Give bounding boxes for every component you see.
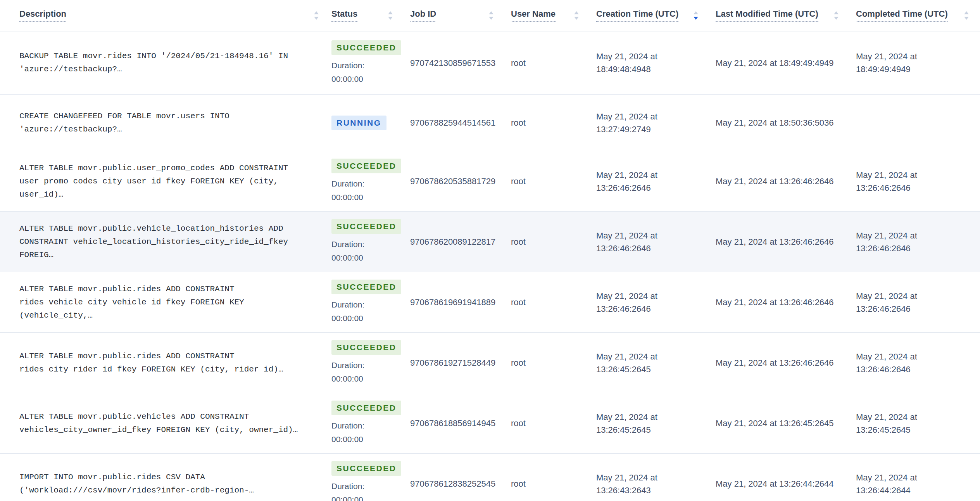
creation-time: May 21, 2024 at 13:27:49:2749	[596, 110, 693, 136]
job-description[interactable]: ALTER TABLE movr.public.vehicle_location…	[19, 222, 320, 262]
creation-time: May 21, 2024 at 13:26:46:2646	[596, 229, 693, 255]
column-header-creation-time[interactable]: Creation Time (UTC)	[596, 0, 716, 31]
user-name: root	[511, 417, 526, 430]
job-description[interactable]: BACKUP TABLE movr.rides INTO '/2024/05/2…	[19, 50, 288, 76]
user-name: root	[511, 116, 526, 129]
status-badge: SUCCEEDED	[331, 159, 401, 173]
completed-time: May 21, 2024 at 13:26:44:2644	[856, 471, 953, 497]
column-label: Status	[331, 9, 357, 22]
status-badge: SUCCEEDED	[331, 280, 401, 294]
creation-time: May 21, 2024 at 18:49:48:4948	[596, 50, 693, 76]
user-name: root	[511, 296, 526, 309]
job-duration: Duration:00:00:00	[331, 419, 364, 446]
sort-icon[interactable]	[387, 10, 394, 21]
column-label: Last Modified Time (UTC)	[716, 9, 818, 22]
sort-icon[interactable]	[963, 10, 970, 21]
column-header-last-modified-time[interactable]: Last Modified Time (UTC)	[716, 0, 856, 31]
job-duration: Duration:00:00:00	[331, 358, 364, 385]
creation-time: May 21, 2024 at 13:26:46:2646	[596, 169, 693, 194]
last-modified-time: May 21, 2024 at 13:26:44:2644	[716, 477, 834, 490]
last-modified-time: May 21, 2024 at 18:49:49:4949	[716, 57, 834, 69]
creation-time: May 21, 2024 at 13:26:45:2645	[596, 350, 693, 376]
job-duration: Duration:00:00:00	[331, 237, 364, 264]
column-label: Job ID	[410, 9, 436, 22]
last-modified-time: May 21, 2024 at 13:26:46:2646	[716, 296, 834, 309]
completed-time: May 21, 2024 at 18:49:49:4949	[856, 50, 953, 76]
completed-time: May 21, 2024 at 13:26:46:2646	[856, 169, 953, 194]
table-row[interactable]: IMPORT INTO movr.public.rides CSV DATA (…	[0, 454, 980, 501]
status-badge: SUCCEEDED	[331, 461, 401, 476]
job-description[interactable]: ALTER TABLE movr.public.vehicles ADD CON…	[19, 410, 298, 437]
sort-desc-active-icon[interactable]	[692, 10, 699, 21]
table-row[interactable]: BACKUP TABLE movr.rides INTO '/2024/05/2…	[0, 31, 980, 95]
column-label: Description	[19, 9, 66, 22]
sort-icon[interactable]	[313, 10, 320, 21]
status-badge: SUCCEEDED	[331, 40, 401, 55]
job-id: 970678620535881729	[410, 175, 495, 188]
completed-time: May 21, 2024 at 13:26:46:2646	[856, 350, 953, 376]
column-label: Creation Time (UTC)	[596, 9, 678, 22]
table-row[interactable]: ALTER TABLE movr.public.vehicles ADD CON…	[0, 393, 980, 454]
status-badge: SUCCEEDED	[331, 340, 401, 355]
column-header-status[interactable]: Status	[331, 0, 410, 31]
last-modified-time: May 21, 2024 at 13:26:46:2646	[716, 175, 834, 188]
job-description[interactable]: IMPORT INTO movr.public.rides CSV DATA (…	[19, 471, 254, 497]
job-id: 970678612838252545	[410, 477, 495, 490]
creation-time: May 21, 2024 at 13:26:45:2645	[596, 411, 693, 436]
column-header-user-name[interactable]: User Name	[511, 0, 596, 31]
table-row[interactable]: ALTER TABLE movr.public.rides ADD CONSTR…	[0, 333, 980, 393]
job-id: 970678619271528449	[410, 356, 495, 369]
completed-time: May 21, 2024 at 13:26:45:2645	[856, 411, 953, 436]
user-name: root	[511, 356, 526, 369]
job-id: 970742130859671553	[410, 57, 495, 69]
job-duration: Duration:00:00:00	[331, 177, 364, 204]
table-row[interactable]: ALTER TABLE movr.public.vehicle_location…	[0, 212, 980, 272]
column-header-completed-time[interactable]: Completed Time (UTC)	[856, 0, 980, 31]
job-id: 970678618856914945	[410, 417, 495, 430]
job-description[interactable]: ALTER TABLE movr.public.user_promo_codes…	[19, 162, 320, 201]
last-modified-time: May 21, 2024 at 13:26:45:2645	[716, 417, 834, 430]
last-modified-time: May 21, 2024 at 13:26:46:2646	[716, 356, 834, 369]
user-name: root	[511, 57, 526, 69]
column-label: Completed Time (UTC)	[856, 9, 948, 22]
completed-time: May 21, 2024 at 13:26:46:2646	[856, 229, 953, 255]
status-badge: SUCCEEDED	[331, 401, 401, 415]
job-duration: Duration:00:00:00	[331, 479, 364, 501]
user-name: root	[511, 477, 526, 490]
sort-icon[interactable]	[488, 10, 495, 21]
job-duration: Duration:00:00:00	[331, 298, 364, 325]
table-row[interactable]: ALTER TABLE movr.public.user_promo_codes…	[0, 151, 980, 212]
jobs-table: Description Status Job ID User Name Crea…	[0, 0, 980, 501]
job-description[interactable]: ALTER TABLE movr.public.rides ADD CONSTR…	[19, 350, 283, 376]
user-name: root	[511, 235, 526, 248]
sort-icon[interactable]	[833, 10, 840, 21]
completed-time: May 21, 2024 at 13:26:46:2646	[856, 290, 953, 315]
table-row[interactable]: ALTER TABLE movr.public.rides ADD CONSTR…	[0, 272, 980, 333]
job-id: 970678620089122817	[410, 235, 495, 248]
user-name: root	[511, 175, 526, 188]
last-modified-time: May 21, 2024 at 18:50:36:5036	[716, 116, 834, 129]
job-id: 970678825944514561	[410, 116, 495, 129]
job-duration: Duration:00:00:00	[331, 59, 364, 86]
job-id: 970678619691941889	[410, 296, 495, 309]
job-description[interactable]: ALTER TABLE movr.public.rides ADD CONSTR…	[19, 283, 320, 322]
status-badge: RUNNING	[331, 116, 386, 130]
last-modified-time: May 21, 2024 at 13:26:46:2646	[716, 235, 834, 248]
column-label: User Name	[511, 9, 556, 22]
column-header-job-id[interactable]: Job ID	[410, 0, 511, 31]
table-header-row: Description Status Job ID User Name Crea…	[0, 0, 980, 31]
table-row[interactable]: CREATE CHANGEFEED FOR TABLE movr.users I…	[0, 95, 980, 151]
creation-time: May 21, 2024 at 13:26:43:2643	[596, 471, 693, 497]
job-description[interactable]: CREATE CHANGEFEED FOR TABLE movr.users I…	[19, 110, 229, 136]
column-header-description[interactable]: Description	[0, 0, 331, 31]
sort-icon[interactable]	[573, 10, 580, 21]
status-badge: SUCCEEDED	[331, 219, 401, 234]
creation-time: May 21, 2024 at 13:26:46:2646	[596, 290, 693, 315]
